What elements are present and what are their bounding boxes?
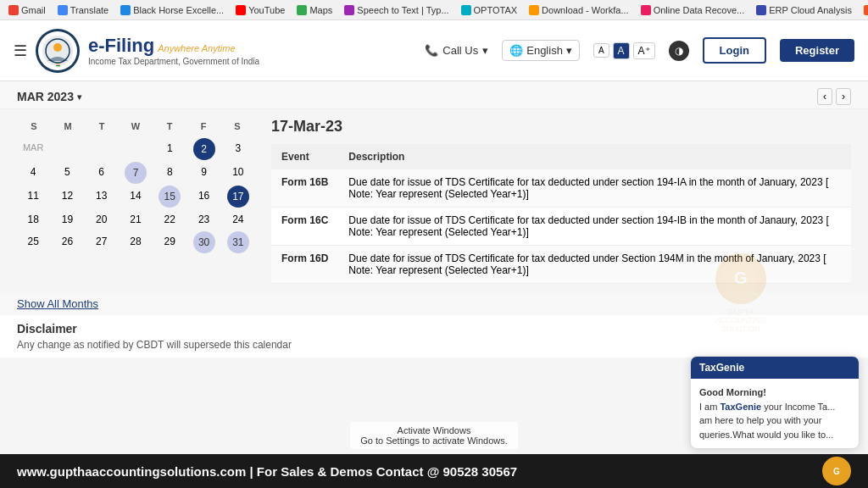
- font-small-button[interactable]: A: [593, 43, 609, 58]
- banner-logo: G: [822, 457, 851, 485]
- onlinedata-icon: [641, 5, 651, 15]
- event-form-16d: Form 16D: [271, 246, 338, 284]
- calendar-header: S M T W T F S: [17, 118, 254, 135]
- cal-empty: [17, 255, 49, 263]
- brand-subtitle: Income Tax Department, Government of Ind…: [88, 57, 259, 66]
- bookmark-smallpdf[interactable]: Smallpdf.c...: [860, 3, 868, 17]
- event-form-16b: Form 16B: [271, 169, 338, 208]
- cal-day-31[interactable]: 31: [227, 231, 249, 253]
- cal-day-16[interactable]: 16: [187, 186, 220, 208]
- col-description: Description: [338, 144, 851, 169]
- watermark-logo: G: [715, 253, 766, 304]
- logo-emblem: 🇮🇳: [36, 29, 80, 73]
- download-icon: [529, 5, 539, 15]
- bookmark-youtube[interactable]: YouTube: [232, 3, 288, 17]
- calendar: S M T W T F S MAR 1 2 3 4 5 6 7 8 9 10 1…: [17, 118, 254, 284]
- cal-day-10[interactable]: 10: [222, 162, 254, 184]
- cal-day-14[interactable]: 14: [120, 186, 152, 208]
- cal-day-26[interactable]: 26: [51, 231, 83, 253]
- cal-empty: [51, 138, 83, 160]
- calendar-month-label: MAR: [17, 138, 49, 160]
- cal-day-27[interactable]: 27: [86, 231, 118, 253]
- cal-day-7[interactable]: 7: [125, 162, 147, 184]
- youtube-icon: [236, 5, 246, 15]
- cal-day-11[interactable]: 11: [17, 186, 49, 208]
- bookmark-speech[interactable]: Speech to Text | Typ...: [341, 3, 452, 17]
- bookmark-download[interactable]: Download - Workfa...: [526, 3, 632, 17]
- cal-day-8[interactable]: 8: [153, 162, 186, 184]
- col-event: Event: [271, 144, 338, 169]
- cal-day-28[interactable]: 28: [120, 231, 152, 253]
- hamburger-icon[interactable]: ☰: [14, 42, 27, 60]
- bookmark-maps[interactable]: Maps: [293, 3, 336, 17]
- prev-month-button[interactable]: ‹: [817, 88, 832, 105]
- cal-day-1[interactable]: 1: [153, 138, 186, 160]
- cal-day-4[interactable]: 4: [17, 162, 49, 184]
- brand-text: e-Filing Anywhere Anytime Income Tax Dep…: [88, 35, 259, 66]
- taxgenie-message: I am TaxGenie your Income Ta... am here …: [699, 400, 850, 442]
- cal-day-2[interactable]: 2: [193, 138, 215, 160]
- brand-efiling: e-Filing: [88, 35, 154, 57]
- watermark: G GUPTAACCOUNTINGSOLUTION: [715, 253, 767, 333]
- bookmarks-bar: Gmail Translate Black Horse Excelle... Y…: [0, 0, 868, 20]
- bookmark-gmail[interactable]: Gmail: [5, 3, 49, 17]
- gmail-icon: [8, 5, 19, 15]
- bookmark-translate[interactable]: Translate: [54, 3, 112, 17]
- disclaimer-text: Any change as notified by CBDT will supe…: [17, 339, 851, 351]
- table-row: Form 16C Due date for issue of TDS Certi…: [271, 208, 851, 246]
- cal-empty: [120, 138, 152, 160]
- cal-day-13[interactable]: 13: [86, 186, 118, 208]
- blackhorse-icon: [120, 5, 131, 15]
- cal-day-17[interactable]: 17: [227, 186, 249, 208]
- cal-day-3[interactable]: 3: [222, 138, 254, 160]
- call-us-button[interactable]: 📞 Call Us ▾: [425, 44, 488, 57]
- cal-day-24[interactable]: 24: [222, 209, 254, 230]
- font-large-button[interactable]: A⁺: [633, 42, 655, 59]
- bookmark-blackhorse[interactable]: Black Horse Excelle...: [117, 3, 227, 17]
- header-right: 📞 Call Us ▾ 🌐 English ▾ A A A⁺ ◑ Login R…: [425, 37, 854, 64]
- translate-icon: [58, 5, 68, 15]
- taxgenie-header: TaxGenie: [691, 357, 859, 379]
- bookmark-online-data[interactable]: Online Data Recove...: [637, 3, 748, 17]
- cal-day-6[interactable]: 6: [86, 162, 118, 184]
- optotax-icon: [461, 5, 471, 15]
- smallpdf-icon: [864, 5, 868, 15]
- taxgenie-intro: I am: [699, 402, 720, 412]
- bookmark-erp[interactable]: ERP Cloud Analysis: [753, 3, 855, 17]
- events-date: 17-Mar-23: [271, 118, 851, 136]
- contrast-button[interactable]: ◑: [669, 41, 689, 61]
- cal-day-5[interactable]: 5: [51, 162, 83, 184]
- erp-icon: [756, 5, 766, 15]
- bookmark-optotax[interactable]: OPTOTAX: [458, 3, 521, 17]
- brand-anywhere: Anywhere Anytime: [158, 43, 235, 53]
- next-month-button[interactable]: ›: [836, 88, 851, 105]
- show-all-months-link[interactable]: Show All Months: [17, 297, 98, 310]
- cal-day-9[interactable]: 9: [187, 162, 220, 184]
- taxgenie-name: TaxGenie: [720, 402, 761, 412]
- calendar-body: MAR 1 2 3 4 5 6 7 8 9 10 11 12 13 14 15 …: [17, 138, 254, 263]
- cal-day-15[interactable]: 15: [159, 186, 181, 208]
- taxgenie-widget[interactable]: TaxGenie Good Morning! I am TaxGenie you…: [690, 356, 860, 449]
- language-selector[interactable]: 🌐 English ▾: [502, 40, 580, 61]
- login-button[interactable]: Login: [703, 37, 766, 64]
- activate-windows-notice: Activate Windows Go to Settings to activ…: [350, 422, 518, 449]
- cal-day-30[interactable]: 30: [193, 231, 215, 253]
- banner-text: www.gupthaaccountingsolutions.com | For …: [17, 464, 517, 479]
- cal-day-25[interactable]: 25: [17, 231, 49, 253]
- header-left: ☰ 🇮🇳 e-Filing Anywhere Anytime Income Ta…: [14, 29, 259, 73]
- cal-day-18[interactable]: 18: [17, 209, 49, 230]
- month-dropdown-icon: ▾: [77, 92, 81, 102]
- cal-day-12[interactable]: 12: [51, 186, 83, 208]
- cal-day-21[interactable]: 21: [120, 209, 152, 230]
- cal-day-23[interactable]: 23: [187, 209, 220, 230]
- cal-day-29[interactable]: 29: [153, 231, 186, 253]
- event-desc-16c: Due date for issue of TDS Certificate fo…: [338, 208, 851, 246]
- font-normal-button[interactable]: A: [613, 42, 630, 59]
- lang-chevron-icon: ▾: [566, 44, 572, 57]
- cal-day-22[interactable]: 22: [153, 209, 186, 230]
- cal-day-20[interactable]: 20: [86, 209, 118, 230]
- speech-icon: [344, 5, 354, 15]
- register-button[interactable]: Register: [780, 39, 854, 62]
- cal-day-19[interactable]: 19: [51, 209, 83, 230]
- call-chevron-icon: ▾: [482, 44, 488, 57]
